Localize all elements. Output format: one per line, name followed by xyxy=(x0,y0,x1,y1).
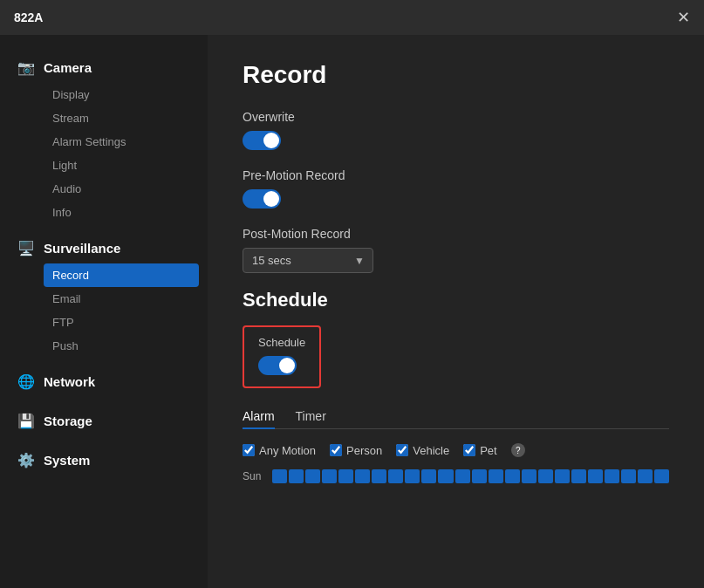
sidebar-group-system: ⚙️ System xyxy=(0,445,208,475)
timeline-block-5[interactable] xyxy=(338,469,353,483)
title-bar: 822A ✕ xyxy=(0,0,704,35)
sidebar-group-surveillance: 🖥️ Surveillance Record Email FTP Push xyxy=(0,233,208,358)
system-icon: ⚙️ xyxy=(17,452,35,468)
sidebar-sub-items-camera: Display Stream Alarm Settings Light Audi… xyxy=(0,83,208,224)
timeline-block-3[interactable] xyxy=(305,469,320,483)
checkbox-person-input[interactable] xyxy=(330,444,342,456)
checkbox-person[interactable]: Person xyxy=(330,444,382,457)
sidebar-header-system[interactable]: ⚙️ System xyxy=(0,445,208,475)
sidebar-item-email[interactable]: Email xyxy=(44,287,208,311)
schedule-section-title: Schedule xyxy=(243,289,669,311)
surveillance-icon: 🖥️ xyxy=(17,240,35,256)
timeline-block-15[interactable] xyxy=(505,469,520,483)
sidebar-item-stream[interactable]: Stream xyxy=(44,106,208,130)
sidebar-item-record[interactable]: Record xyxy=(44,263,199,287)
schedule-toggle-box: Schedule xyxy=(243,325,321,388)
pre-motion-toggle-track xyxy=(243,189,281,209)
timeline-day-label: Sun xyxy=(243,470,269,482)
timeline-block-9[interactable] xyxy=(405,469,420,483)
timeline-block-2[interactable] xyxy=(289,469,304,483)
sidebar-item-push[interactable]: Push xyxy=(44,334,208,358)
sidebar-group-camera: 📷 Camera Display Stream Alarm Settings L… xyxy=(0,52,208,224)
checkbox-vehicle[interactable]: Vehicle xyxy=(396,444,449,457)
checkbox-pet-input[interactable] xyxy=(463,444,475,456)
tab-alarm[interactable]: Alarm xyxy=(243,404,275,428)
checkbox-vehicle-label: Vehicle xyxy=(413,444,449,457)
page-title: Record xyxy=(243,61,669,89)
app-body: 📷 Camera Display Stream Alarm Settings L… xyxy=(0,35,704,588)
schedule-toggle-track xyxy=(258,356,297,375)
checkbox-any-motion-input[interactable] xyxy=(243,444,255,456)
checkbox-any-motion[interactable]: Any Motion xyxy=(243,444,316,457)
schedule-toggle[interactable] xyxy=(258,356,297,375)
post-motion-dropdown-wrapper: 5 secs 10 secs 15 secs 30 secs 60 secs ▼ xyxy=(243,248,373,273)
timeline-block-12[interactable] xyxy=(455,469,470,483)
timeline-block-18[interactable] xyxy=(555,469,570,483)
checkbox-pet-label: Pet xyxy=(480,444,497,457)
sidebar-header-storage[interactable]: 💾 Storage xyxy=(0,406,208,436)
schedule-toggle-label: Schedule xyxy=(258,336,305,349)
timeline-block-19[interactable] xyxy=(571,469,586,483)
timeline-block-4[interactable] xyxy=(322,469,337,483)
sidebar-item-info[interactable]: Info xyxy=(44,201,208,224)
help-icon[interactable]: ? xyxy=(511,443,525,457)
camera-icon: 📷 xyxy=(17,59,35,76)
pre-motion-label: Pre-Motion Record xyxy=(243,168,669,182)
main-content: Record Overwrite Pre-Motion Record xyxy=(208,35,704,588)
sidebar-header-network[interactable]: 🌐 Network xyxy=(0,366,208,397)
timeline-block-22[interactable] xyxy=(621,469,636,483)
sidebar-sub-items-surveillance: Record Email FTP Push xyxy=(0,263,208,358)
motion-checkboxes: Any Motion Person Vehicle Pet ? xyxy=(243,443,669,457)
schedule-toggle-thumb xyxy=(279,358,295,373)
timeline-block-16[interactable] xyxy=(522,469,537,483)
timeline-block-20[interactable] xyxy=(588,469,603,483)
sidebar-item-display[interactable]: Display xyxy=(44,83,208,106)
window-title: 822A xyxy=(14,10,43,24)
sidebar-group-label-surveillance: Surveillance xyxy=(44,241,120,256)
checkbox-person-label: Person xyxy=(346,444,382,457)
timeline-block-7[interactable] xyxy=(372,469,386,483)
sidebar-item-ftp[interactable]: FTP xyxy=(44,311,208,334)
timeline-block-14[interactable] xyxy=(489,469,503,483)
sidebar-item-audio[interactable]: Audio xyxy=(44,177,208,201)
sidebar-group-label-storage: Storage xyxy=(44,414,92,428)
timeline-block-17[interactable] xyxy=(538,469,553,483)
timeline-blocks xyxy=(272,469,669,483)
checkbox-pet[interactable]: Pet xyxy=(463,444,497,457)
sidebar-header-surveillance: 🖥️ Surveillance xyxy=(0,233,208,263)
timeline-block-23[interactable] xyxy=(638,469,653,483)
tab-timer[interactable]: Timer xyxy=(296,404,326,428)
sidebar-group-label-system: System xyxy=(44,453,90,468)
overwrite-setting: Overwrite xyxy=(243,110,669,153)
timeline-block-8[interactable] xyxy=(388,469,403,483)
post-motion-label: Post-Motion Record xyxy=(243,227,669,241)
post-motion-setting: Post-Motion Record 5 secs 10 secs 15 sec… xyxy=(243,227,669,273)
timeline-block-1[interactable] xyxy=(272,469,287,483)
checkbox-any-motion-label: Any Motion xyxy=(259,444,316,457)
overwrite-toggle[interactable] xyxy=(243,131,281,150)
timeline-block-13[interactable] xyxy=(472,469,487,483)
sidebar-group-label-network: Network xyxy=(44,374,95,389)
post-motion-dropdown[interactable]: 5 secs 10 secs 15 secs 30 secs 60 secs xyxy=(243,248,373,273)
pre-motion-toggle-thumb xyxy=(263,191,279,207)
storage-icon: 💾 xyxy=(17,413,35,429)
timeline-block-11[interactable] xyxy=(438,469,453,483)
close-button[interactable]: ✕ xyxy=(677,10,690,25)
sidebar: 📷 Camera Display Stream Alarm Settings L… xyxy=(0,35,208,588)
sidebar-item-alarm-settings[interactable]: Alarm Settings xyxy=(44,130,208,154)
checkbox-vehicle-input[interactable] xyxy=(396,444,408,456)
timeline-block-24[interactable] xyxy=(654,469,669,483)
overwrite-toggle-thumb xyxy=(263,133,279,148)
timeline-block-21[interactable] xyxy=(605,469,619,483)
overwrite-toggle-track xyxy=(243,131,281,150)
sidebar-group-network: 🌐 Network xyxy=(0,366,208,397)
schedule-tabs: Alarm Timer xyxy=(243,404,669,429)
timeline-block-6[interactable] xyxy=(355,469,370,483)
timeline-block-10[interactable] xyxy=(421,469,436,483)
pre-motion-setting: Pre-Motion Record xyxy=(243,168,669,211)
timeline-sun: Sun xyxy=(243,469,669,483)
overwrite-label: Overwrite xyxy=(243,110,669,124)
sidebar-header-camera: 📷 Camera xyxy=(0,52,208,83)
pre-motion-toggle[interactable] xyxy=(243,189,281,209)
sidebar-item-light[interactable]: Light xyxy=(44,154,208,177)
